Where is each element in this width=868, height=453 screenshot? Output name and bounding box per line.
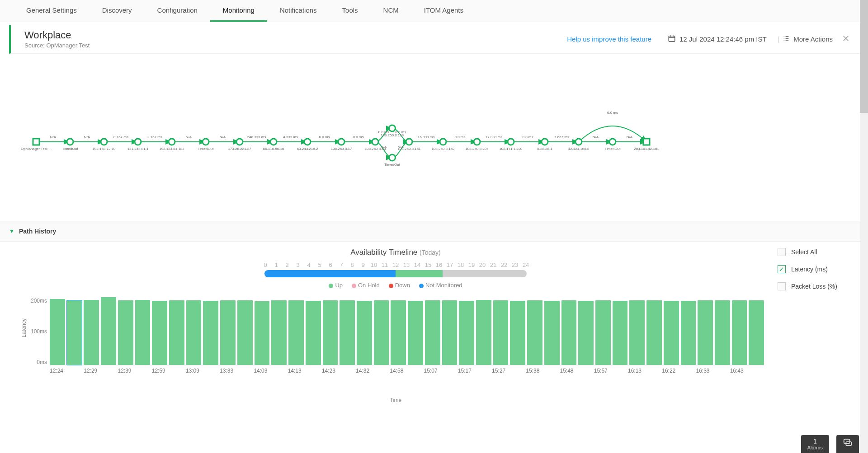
latency-bar[interactable] (323, 300, 338, 365)
latency-bar[interactable] (118, 300, 133, 365)
latency-bar[interactable] (271, 300, 287, 365)
availability-segment-unknown[interactable] (443, 270, 527, 277)
svg-text:108.171.1.220: 108.171.1.220 (499, 147, 523, 151)
y-axis-label: Latency (21, 318, 27, 337)
checkbox-icon (778, 248, 786, 256)
svg-text:OpManager Test ...: OpManager Test ... (21, 147, 52, 151)
svg-text:192.168.72.10: 192.168.72.10 (92, 147, 116, 151)
latency-bar[interactable] (476, 300, 491, 365)
latency-bar[interactable] (698, 300, 713, 365)
latency-bar[interactable] (255, 301, 270, 365)
tab-configuration[interactable]: Configuration (145, 0, 210, 22)
svg-text:N/A: N/A (627, 135, 633, 139)
svg-point-60 (372, 139, 378, 145)
latency-bar[interactable] (493, 300, 509, 365)
close-icon (842, 34, 850, 42)
checkbox-select-all[interactable]: Select All (778, 248, 859, 256)
svg-text:7.667 ms: 7.667 ms (554, 135, 569, 139)
latency-bar[interactable] (459, 301, 474, 365)
latency-bar[interactable] (135, 300, 151, 365)
latency-bar[interactable] (169, 300, 184, 365)
availability-segment-not_monitored[interactable] (264, 270, 396, 277)
latency-bar[interactable] (732, 300, 747, 365)
latency-bar[interactable] (629, 300, 645, 365)
svg-text:N/A: N/A (186, 135, 192, 139)
svg-point-74 (542, 139, 548, 145)
tab-notifications[interactable]: Notifications (267, 0, 330, 22)
latency-bar[interactable] (101, 297, 116, 365)
svg-point-52 (236, 139, 243, 145)
tab-ncm[interactable]: NCM (371, 0, 411, 22)
availability-legend: UpOn HoldDownNot Monitored (14, 282, 778, 289)
svg-text:17.833 ms: 17.833 ms (486, 135, 502, 139)
alarms-widget[interactable]: 1 Alarms (801, 435, 829, 453)
list-icon (783, 35, 790, 43)
latency-bar[interactable] (749, 300, 764, 365)
tab-monitoring[interactable]: Monitoring (210, 0, 267, 22)
chat-widget[interactable] (836, 435, 859, 453)
latency-bar[interactable] (220, 300, 236, 365)
network-path-diagram[interactable]: N/AN/A0.167 ms2.167 msN/AN/A246.333 ms4.… (0, 54, 868, 221)
tab-discovery[interactable]: Discovery (90, 0, 145, 22)
path-history-header[interactable]: ▼ Path History (0, 221, 868, 242)
latency-bar[interactable] (237, 300, 253, 365)
latency-bar[interactable] (681, 301, 696, 365)
latency-bar[interactable] (544, 301, 560, 365)
availability-segment-up[interactable] (396, 270, 443, 277)
caret-down-icon: ▼ (9, 228, 14, 234)
latency-bar[interactable] (613, 301, 628, 365)
more-actions-button[interactable]: More Actions (783, 35, 833, 43)
svg-text:N/A: N/A (593, 135, 599, 139)
latency-bar[interactable] (357, 301, 372, 365)
latency-bar[interactable] (646, 300, 662, 365)
availability-bar[interactable] (264, 270, 527, 277)
tab-tools[interactable]: Tools (330, 0, 371, 22)
latency-bar[interactable] (510, 301, 525, 365)
latency-bar[interactable] (288, 300, 304, 365)
vertical-scrollbar[interactable] (860, 0, 868, 453)
path-history-label: Path History (19, 228, 56, 235)
latency-bar[interactable] (340, 300, 355, 365)
svg-point-58 (338, 139, 344, 145)
svg-text:TimedOut: TimedOut (198, 147, 214, 151)
close-button[interactable] (842, 34, 850, 44)
tab-general-settings[interactable]: General Settings (14, 0, 90, 22)
latency-bar[interactable] (84, 300, 99, 365)
latency-bar[interactable] (203, 301, 218, 365)
latency-bar[interactable] (391, 300, 406, 365)
svg-text:TimedOut: TimedOut (605, 147, 621, 151)
latency-bar[interactable] (50, 299, 65, 365)
checkbox-packet-loss[interactable]: Packet Loss (%) (778, 282, 859, 290)
latency-bar[interactable] (186, 300, 202, 365)
latency-bar[interactable] (578, 301, 594, 365)
checkbox-latency[interactable]: ✓ Latency (ms) (778, 265, 859, 273)
feedback-link[interactable]: Help us improve this feature (567, 35, 651, 43)
latency-bar[interactable] (425, 300, 440, 365)
svg-text:TimedOut: TimedOut (62, 147, 79, 151)
svg-point-76 (576, 139, 582, 145)
scrollbar-thumb[interactable] (860, 0, 868, 113)
latency-bar[interactable] (527, 300, 542, 365)
latency-bar[interactable] (664, 301, 679, 365)
latency-bar[interactable] (67, 300, 82, 365)
svg-text:42.124.168.8: 42.124.168.8 (568, 147, 590, 151)
svg-text:N/A: N/A (50, 135, 57, 139)
chat-icon (843, 438, 853, 448)
svg-rect-40 (33, 139, 39, 145)
latency-chart[interactable]: Latency 200ms 100ms 0ms 12:2412:2912:391… (50, 298, 764, 383)
latency-bar[interactable] (306, 301, 321, 365)
latency-bar[interactable] (374, 300, 389, 365)
svg-text:0.0 ms: 0.0 ms (522, 135, 533, 139)
latency-bar[interactable] (561, 300, 577, 365)
tab-itom-agents[interactable]: ITOM Agents (411, 0, 476, 22)
latency-bar[interactable] (152, 301, 167, 365)
latency-bar[interactable] (715, 300, 730, 365)
svg-point-48 (169, 139, 175, 145)
svg-text:108.250.8.207: 108.250.8.207 (465, 147, 489, 151)
datetime-display[interactable]: 12 Jul 2024 12:24:46 pm IST (668, 34, 767, 44)
latency-bar[interactable] (442, 300, 458, 365)
checkbox-checked-icon: ✓ (778, 265, 786, 273)
svg-point-64 (389, 154, 396, 161)
latency-bar[interactable] (408, 301, 423, 365)
latency-bar[interactable] (595, 300, 611, 365)
